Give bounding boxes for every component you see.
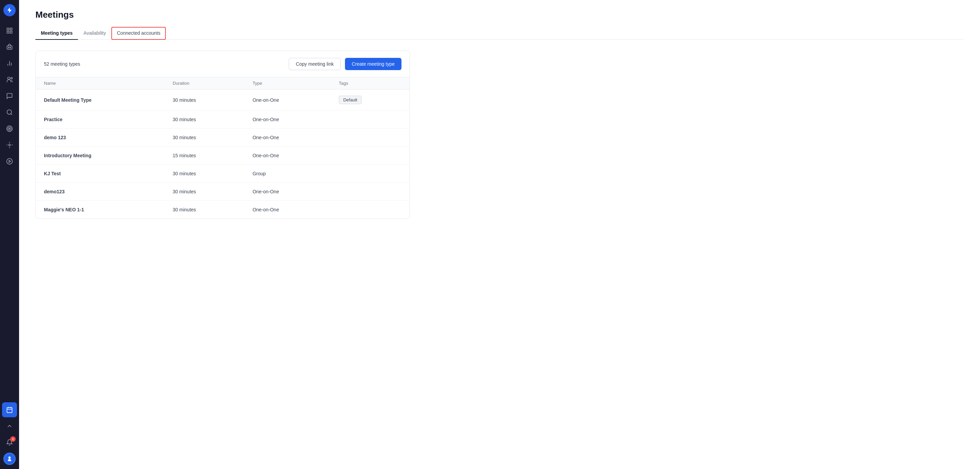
table-row[interactable]: Maggie's NEO 1-130 minutesOne-on-One [36, 201, 410, 219]
page-header: Meetings Meeting types Availability Conn… [19, 0, 980, 40]
col-tags: Tags [331, 77, 410, 89]
content-area: 52 meeting types Copy meeting link Creat… [19, 40, 980, 469]
col-name: Name [36, 77, 164, 89]
cell-tags [331, 165, 410, 183]
svg-point-18 [7, 159, 13, 164]
table-row[interactable]: KJ Test30 minutesGroup [36, 165, 410, 183]
cell-duration: 30 minutes [164, 165, 245, 183]
sidebar-item-analytics[interactable] [2, 56, 17, 71]
cell-name: Maggie's NEO 1-1 [36, 201, 164, 219]
copy-meeting-link-button[interactable]: Copy meeting link [289, 58, 341, 70]
cell-duration: 30 minutes [164, 183, 245, 201]
svg-point-10 [8, 77, 10, 79]
cell-type: One-on-One [245, 129, 331, 147]
sidebar-logo[interactable] [3, 4, 16, 16]
cell-duration: 30 minutes [164, 201, 245, 219]
sidebar-item-bot[interactable] [2, 40, 17, 54]
cell-name: demo 123 [36, 129, 164, 147]
cell-tags [331, 201, 410, 219]
sidebar-item-target2[interactable] [2, 137, 17, 153]
svg-point-24 [8, 456, 11, 459]
meeting-count: 52 meeting types [44, 61, 80, 67]
tab-availability[interactable]: Availability [78, 27, 111, 40]
svg-rect-1 [10, 28, 12, 30]
tab-meeting-types[interactable]: Meeting types [35, 27, 78, 40]
cell-name: demo123 [36, 183, 164, 201]
sidebar-item-targeting[interactable] [2, 121, 17, 136]
tab-connected-accounts[interactable]: Connected accounts [111, 27, 166, 40]
cell-name: Practice [36, 111, 164, 129]
cell-type: One-on-One [245, 111, 331, 129]
cell-duration: 30 minutes [164, 89, 245, 111]
svg-point-17 [9, 144, 11, 146]
cell-type: Group [245, 165, 331, 183]
meetings-table: Name Duration Type Tags Default Meeting … [36, 77, 410, 218]
cell-tags: Default [331, 89, 410, 111]
svg-rect-20 [7, 407, 12, 412]
cell-type: One-on-One [245, 183, 331, 201]
sidebar: 1 [0, 0, 19, 469]
cell-duration: 30 minutes [164, 129, 245, 147]
tag-badge: Default [339, 95, 362, 104]
cell-duration: 15 minutes [164, 147, 245, 165]
svg-point-12 [7, 110, 11, 114]
meetings-card: 52 meeting types Copy meeting link Creat… [35, 51, 410, 219]
create-meeting-type-button[interactable]: Create meeting type [345, 58, 401, 70]
table-row[interactable]: demo 12330 minutesOne-on-One [36, 129, 410, 147]
col-type: Type [245, 77, 331, 89]
table-row[interactable]: Default Meeting Type30 minutesOne-on-One… [36, 89, 410, 111]
svg-rect-4 [7, 46, 12, 49]
table-header: Name Duration Type Tags [36, 77, 410, 89]
cell-duration: 30 minutes [164, 111, 245, 129]
svg-rect-0 [7, 28, 9, 30]
table-body: Default Meeting Type30 minutesOne-on-One… [36, 89, 410, 219]
table-row[interactable]: Introductory Meeting15 minutesOne-on-One [36, 147, 410, 165]
table-row[interactable]: demo12330 minutesOne-on-One [36, 183, 410, 201]
svg-marker-19 [9, 160, 11, 163]
svg-point-15 [8, 127, 11, 130]
cell-name: Default Meeting Type [36, 89, 164, 111]
svg-line-13 [11, 114, 12, 115]
cell-tags [331, 129, 410, 147]
sidebar-item-search[interactable] [2, 105, 17, 120]
sidebar-item-meetings[interactable] [2, 402, 17, 417]
sidebar-item-play[interactable] [2, 154, 17, 169]
svg-point-6 [10, 47, 11, 48]
cell-tags [331, 183, 410, 201]
cell-tags [331, 111, 410, 129]
col-duration: Duration [164, 77, 245, 89]
cell-tags [331, 147, 410, 165]
svg-point-11 [11, 77, 12, 79]
notification-count: 1 [10, 436, 16, 442]
cell-name: KJ Test [36, 165, 164, 183]
tab-bar: Meeting types Availability Connected acc… [35, 27, 964, 40]
sidebar-item-contacts[interactable] [2, 72, 17, 87]
table-row[interactable]: Practice30 minutesOne-on-One [36, 111, 410, 129]
sidebar-collapse[interactable] [2, 419, 17, 434]
card-actions: Copy meeting link Create meeting type [289, 58, 401, 70]
svg-point-16 [9, 128, 10, 129]
svg-point-5 [8, 47, 9, 48]
user-avatar[interactable] [3, 453, 16, 465]
cell-type: One-on-One [245, 89, 331, 111]
svg-point-14 [7, 126, 13, 132]
cell-type: One-on-One [245, 147, 331, 165]
cell-type: One-on-One [245, 201, 331, 219]
sidebar-item-dashboard[interactable] [2, 23, 17, 38]
svg-rect-2 [10, 31, 12, 33]
sidebar-item-chat[interactable] [2, 89, 17, 103]
card-header: 52 meeting types Copy meeting link Creat… [36, 51, 410, 77]
main-content: Meetings Meeting types Availability Conn… [19, 0, 980, 469]
cell-name: Introductory Meeting [36, 147, 164, 165]
page-title: Meetings [35, 10, 964, 20]
sidebar-item-notification[interactable]: 1 [2, 435, 17, 450]
svg-rect-3 [7, 31, 9, 33]
